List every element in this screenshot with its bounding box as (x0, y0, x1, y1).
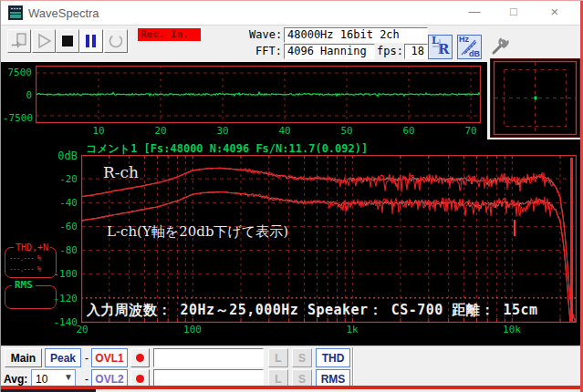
rms-readout-box: RMS (5, 285, 57, 309)
l-channel-label: L-ch(Y軸を20db下げて表示) (107, 223, 288, 241)
lissajous-display (490, 58, 580, 138)
window-title: WaveSpectra (28, 6, 99, 20)
thd-button[interactable]: THD (316, 348, 350, 367)
ovl1-button[interactable]: OVL1 (91, 348, 128, 367)
avg-selected-value: 10 (36, 373, 47, 386)
spec-y-label: -20 (45, 173, 78, 185)
wrench-icon (489, 35, 511, 57)
wave-format-field: 48000Hz 16bit 2ch (284, 27, 428, 43)
thd-value-row: ---.--- % (9, 265, 53, 273)
spec-y-label: -140 (45, 316, 78, 328)
lr-channel-button[interactable]: L R (428, 35, 453, 59)
play-icon (33, 30, 55, 52)
spec-y-label: -60 (45, 221, 78, 232)
waveform-plot (36, 66, 482, 124)
wave-x-label: 10 (89, 125, 108, 137)
fft-label: FFT: (249, 45, 282, 57)
close-button[interactable]: × (539, 1, 570, 25)
spec-x-label: 20 (74, 324, 90, 335)
thd-readout-box: THD,+N ---.--- % ---.--- % (5, 247, 57, 278)
thd-value-row: ---.--- % (9, 254, 53, 263)
wave-x-label: 20 (151, 125, 170, 137)
ovl1-record-button[interactable] (130, 348, 150, 367)
stop-button[interactable] (56, 29, 79, 53)
loop-icon (105, 30, 127, 52)
lissajous-panel (487, 57, 583, 139)
waveform-panel: 7500 0 -7500 10 20 30 40 50 60 70 (1, 62, 487, 139)
fps-value-field: 18 (404, 44, 428, 59)
wave-x-label: 60 (400, 125, 418, 137)
peak-button[interactable]: Peak (45, 348, 81, 367)
ovl1-load-button[interactable]: L (268, 348, 288, 367)
wave-y-label: 0 (3, 89, 32, 101)
bottombar-divider (352, 347, 354, 387)
wave-label: Wave: (249, 28, 282, 41)
hz-db-scale-button[interactable]: Hz dB (457, 35, 482, 59)
settings-button[interactable] (488, 34, 512, 57)
spec-x-label: 10k (499, 324, 525, 335)
open-file-button[interactable] (7, 29, 31, 53)
wavespectra-window: WaveSpectra — □ × (0, 0, 583, 392)
lissajous-plot (491, 59, 579, 137)
stop-icon (57, 30, 78, 52)
minimize-button[interactable]: — (459, 1, 490, 25)
spectrum-panel: コメント1 [Fs:48000 N:4096 Fs/N:11.7(0.092)]… (1, 139, 583, 346)
spec-y0-label: 0dB (45, 150, 78, 162)
r-channel-label: R-ch (103, 163, 139, 181)
rec-in-status: Rec. In. (138, 28, 201, 41)
spec-y-label: -40 (45, 197, 78, 209)
fps-label: fps: (377, 45, 402, 57)
chevron-down-icon: ▼ (64, 372, 73, 382)
wave-y-label: 7500 (3, 67, 32, 78)
spec-x-label: 1k (339, 324, 365, 335)
wave-y-label: -7500 (3, 112, 32, 124)
wave-x-label: 30 (213, 125, 232, 137)
wave-x-label: 70 (462, 125, 480, 137)
app-icon (8, 5, 23, 20)
separator-dash: - (85, 373, 88, 386)
thd-box-title: THD,+N (14, 242, 50, 253)
pause-icon (80, 30, 102, 52)
ovl1-comment-input[interactable] (153, 348, 264, 367)
separator-dash: - (85, 352, 88, 365)
bottom-control-bar: Main Peak - OVL1 L S THD Avg: 10 ▼ - OVL… (1, 346, 583, 387)
ruler-icon (458, 36, 481, 58)
wave-x-label: 40 (276, 125, 294, 137)
maximize-button[interactable]: □ (498, 1, 529, 25)
spec-x-label: 100 (180, 324, 205, 335)
ovl1-save-button[interactable]: S (292, 348, 312, 367)
fft-setting-field[interactable]: 4096 Hanning (284, 44, 375, 59)
measurement-caption: 入力周波数： 20Hz～25,000Hz Speaker： CS-700 距離：… (87, 302, 538, 319)
loop-button[interactable] (104, 29, 128, 53)
lr-divider-icon (429, 36, 452, 58)
open-file-icon (8, 30, 30, 52)
toolbar: Rec. In. Wave: 48000Hz 16bit 2ch FFT: 40… (1, 25, 583, 62)
main-button[interactable]: Main (5, 348, 42, 367)
avg-label: Avg: (4, 373, 27, 386)
wave-x-label: 50 (338, 125, 356, 137)
play-button[interactable] (32, 29, 56, 53)
title-bar: WaveSpectra — □ × (1, 1, 583, 25)
pause-button[interactable] (79, 29, 103, 53)
rms-box-title: RMS (12, 279, 36, 291)
